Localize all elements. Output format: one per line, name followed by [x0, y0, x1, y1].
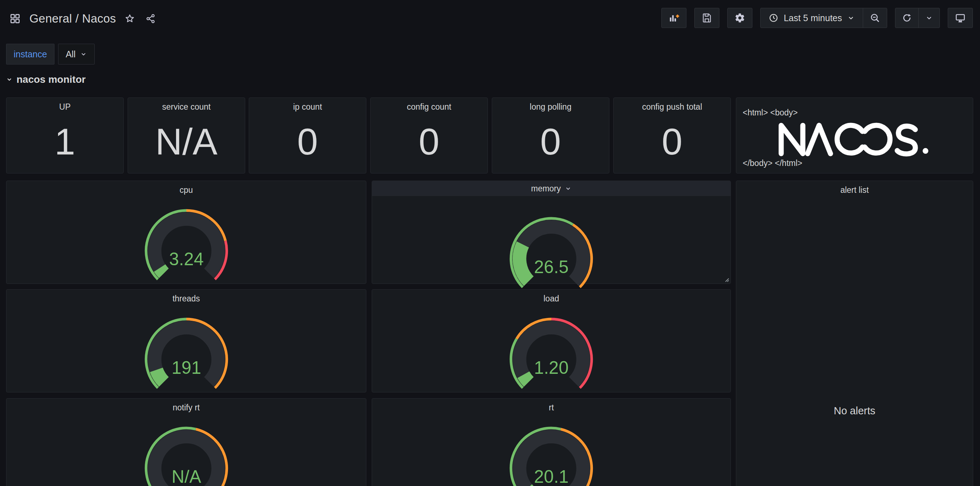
html-open-tags: <html> <body> [743, 108, 797, 118]
chevron-down-icon [565, 185, 572, 192]
refresh-interval-dropdown[interactable] [918, 8, 940, 28]
page-title[interactable]: General / Nacos [29, 12, 116, 25]
toolbar: Last 5 minutes [661, 8, 973, 28]
panel-title[interactable]: rt [372, 403, 730, 413]
variable-selected-value: All [65, 49, 76, 59]
panel-title[interactable]: cpu [6, 185, 366, 195]
stat-panel-long-polling: long polling 0 [492, 97, 609, 173]
svg-text:191: 191 [171, 358, 201, 377]
svg-text:3.24: 3.24 [169, 249, 203, 269]
gear-icon [735, 13, 745, 23]
load-gauge: 1.20 [503, 312, 600, 392]
panel-title[interactable]: threads [6, 294, 366, 303]
threads-gauge: 191 [138, 312, 235, 392]
refresh-button[interactable] [896, 8, 918, 28]
time-range-label: Last 5 minutes [784, 13, 842, 23]
gauge-panel-rt: rt 20.1 [372, 398, 731, 486]
row-title: nacos monitor [16, 74, 86, 85]
top-nav: General / Nacos Last 5 minutes [0, 0, 980, 37]
nacos-logo-panel: <html> <body> </body> </html> [736, 97, 973, 173]
panel-title: memory [531, 184, 561, 194]
panel-title[interactable]: ip count [249, 102, 366, 112]
panel-title[interactable]: notify rt [6, 403, 366, 413]
stat-panel-config-count: config count 0 [370, 97, 488, 173]
gauge-panel-notify-rt: notify rt N/A [6, 398, 366, 486]
gauge-panel-threads: threads 191 [6, 289, 366, 392]
stat-panel-service-count: service count N/A [127, 97, 245, 173]
dashboard-settings-button[interactable] [727, 8, 752, 28]
panel-title[interactable]: UP [6, 102, 123, 112]
svg-text:20.1: 20.1 [534, 467, 568, 486]
gauge-panel-cpu: cpu 3.24 [6, 181, 366, 284]
refresh-icon [902, 13, 912, 23]
svg-text:26.5: 26.5 [534, 257, 568, 277]
add-panel-icon [668, 13, 679, 23]
panel-header-memory[interactable]: memory [372, 181, 730, 196]
time-range-button[interactable]: Last 5 minutes [760, 8, 863, 28]
row-nacos-monitor[interactable]: nacos monitor [5, 74, 86, 85]
panel-title[interactable]: alert list [736, 185, 973, 195]
stat-value: N/A [128, 123, 245, 160]
stat-value: 0 [492, 123, 609, 160]
nacos-logo [761, 119, 948, 157]
grafana-dashboard: General / Nacos Last 5 minutes [0, 0, 980, 486]
breadcrumb: General / Nacos [8, 8, 158, 29]
gauge-panel-load: load 1.20 [372, 289, 731, 392]
no-alerts-message: No alerts [736, 405, 973, 417]
stat-panel-config-push-total: config push total 0 [613, 97, 731, 173]
panel-title[interactable]: config count [371, 102, 487, 112]
refresh-group [895, 8, 940, 28]
cpu-gauge: 3.24 [138, 203, 235, 284]
kiosk-mode-button[interactable] [948, 8, 973, 28]
chevron-down-icon [5, 75, 14, 84]
time-picker-group: Last 5 minutes [760, 8, 887, 28]
panel-title[interactable]: long polling [492, 102, 609, 112]
variables-bar: instance All [6, 44, 95, 65]
panel-title[interactable]: service count [128, 102, 245, 112]
chevron-down-icon [925, 14, 933, 22]
svg-text:N/A: N/A [171, 467, 201, 486]
save-dashboard-button[interactable] [694, 8, 719, 28]
stat-value: 1 [6, 123, 123, 160]
monitor-icon [955, 13, 966, 23]
add-panel-button[interactable] [661, 8, 686, 28]
resize-handle-icon[interactable] [723, 276, 729, 283]
variable-value-dropdown[interactable]: All [58, 44, 95, 65]
stat-value: 0 [371, 123, 487, 160]
star-icon[interactable] [123, 12, 137, 25]
clock-icon [768, 13, 778, 23]
rt-gauge: 20.1 [503, 421, 600, 486]
memory-gauge: 26.5 [503, 211, 600, 292]
chevron-down-icon [80, 51, 87, 58]
stat-panel-up: UP 1 [6, 97, 124, 173]
stat-value: 0 [614, 123, 730, 160]
html-close-tags: </body> </html> [743, 159, 802, 168]
alert-list-panel: alert list No alerts [736, 181, 973, 486]
zoom-out-icon [870, 13, 880, 23]
chevron-down-icon [847, 14, 855, 22]
panel-title[interactable]: load [372, 294, 730, 303]
stat-value: 0 [249, 123, 366, 160]
svg-text:1.20: 1.20 [534, 358, 568, 377]
save-icon [702, 13, 712, 23]
zoom-out-time-button[interactable] [863, 8, 887, 28]
gauge-panel-memory: memory 26.5 [372, 181, 731, 284]
stat-panel-ip-count: ip count 0 [249, 97, 366, 173]
panel-title[interactable]: config push total [614, 102, 730, 112]
share-icon[interactable] [144, 12, 158, 25]
notify-rt-gauge: N/A [138, 421, 235, 486]
dashboards-grid-icon[interactable] [8, 11, 22, 26]
variable-label-instance[interactable]: instance [6, 44, 54, 65]
